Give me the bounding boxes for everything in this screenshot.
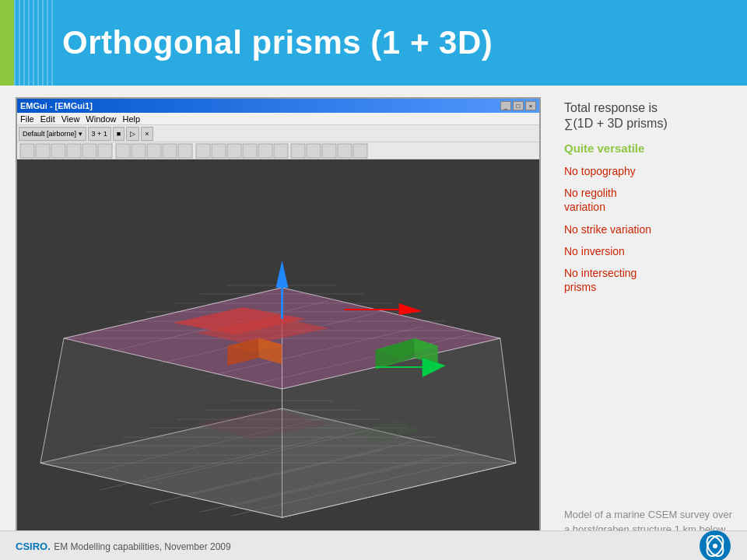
toolbar-btn-1[interactable]: ■ [113,127,124,141]
right-panel-inner: Total response is ∑(1D + 3D prisms) Quit… [564,101,735,552]
right-panel: Total response is ∑(1D + 3D prisms) Quit… [552,86,747,560]
toolbar-1: Default [airborne] ▾ 3 + 1 ■ ▷ × [17,125,539,142]
menu-view[interactable]: View [61,114,80,124]
menu-help[interactable]: Help [122,114,140,124]
svg-rect-16 [274,144,288,158]
toolbar-2-icons [19,142,538,159]
close-button[interactable]: × [525,101,536,110]
toolbar-airborne[interactable]: Default [airborne] ▾ [19,127,86,141]
svg-rect-14 [243,144,257,158]
toolbar-btn-3[interactable]: × [141,127,153,141]
svg-rect-4 [82,144,96,158]
svg-point-87 [713,544,717,548]
svg-rect-9 [163,144,177,158]
software-window: EMGui - [EMGui1] _ □ × File Edit View Wi… [16,97,541,548]
footer-description-text: EM Modelling capabilities, November 2009 [54,541,230,552]
minimize-button[interactable]: _ [500,101,511,110]
screenshot-panel: EMGui - [EMGui1] _ □ × File Edit View Wi… [0,86,552,560]
svg-rect-2 [51,144,65,158]
line-stripe [14,0,54,86]
maximize-button[interactable]: □ [513,101,524,110]
svg-rect-17 [291,144,305,158]
header: Orthogonal prisms (1 + 3D) [0,0,747,86]
svg-rect-11 [196,144,210,158]
limitation-strike: No strike variation [564,222,735,236]
menubar: File Edit View Window Help [17,113,539,125]
green-stripe [0,0,14,86]
svg-rect-6 [116,144,130,158]
menu-file[interactable]: File [20,114,34,124]
formula-text: ∑(1D + 3D prisms) [564,117,735,131]
svg-rect-10 [178,144,192,158]
limitation-intersecting: No intersectingprisms [564,266,735,294]
window-title: EMGui - [EMGui1] [20,101,93,110]
3d-scene [17,159,539,533]
svg-rect-20 [338,144,352,158]
svg-rect-15 [258,144,272,158]
svg-rect-12 [212,144,226,158]
footer-csiro-label: CSIRO. [16,541,51,552]
toolbar-2 [17,142,539,159]
footer-left: CSIRO. EM Modelling capabilities, Novemb… [16,539,231,553]
svg-rect-3 [67,144,81,158]
total-response-label: Total response is [564,101,735,115]
svg-rect-5 [98,144,112,158]
toolbar-btn-2[interactable]: ▷ [126,127,139,141]
svg-rect-18 [307,144,321,158]
menu-window[interactable]: Window [86,114,116,124]
window-titlebar: EMGui - [EMGui1] _ □ × [17,99,539,113]
svg-rect-13 [227,144,241,158]
svg-rect-0 [20,144,34,158]
info-section: Total response is ∑(1D + 3D prisms) Quit… [564,101,735,302]
quite-versatile: Quite versatile [564,142,735,155]
limitation-inversion: No inversion [564,244,735,258]
toolbar-mode[interactable]: 3 + 1 [88,127,111,141]
limitation-topography: No topography [564,164,735,178]
limitation-regolith: No regolithvariation [564,186,735,214]
content-area: EMGui - [EMGui1] _ □ × File Edit View Wi… [0,86,747,560]
footer-bar: CSIRO. EM Modelling capabilities, Novemb… [0,530,747,560]
window-buttons: _ □ × [500,101,536,110]
svg-rect-1 [36,144,50,158]
page-title: Orthogonal prisms (1 + 3D) [54,24,493,61]
menu-edit[interactable]: Edit [40,114,55,124]
scene-svg [17,159,539,533]
csiro-logo [699,530,731,561]
svg-rect-19 [322,144,336,158]
header-stripe [0,0,54,86]
svg-rect-21 [353,144,367,158]
svg-rect-7 [132,144,146,158]
svg-rect-8 [147,144,161,158]
